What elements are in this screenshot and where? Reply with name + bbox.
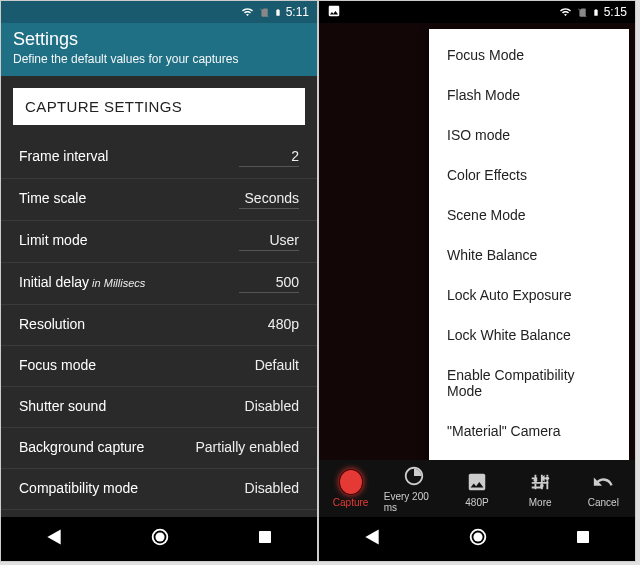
no-sim-icon — [259, 6, 270, 19]
interval-label: Every 200 ms — [384, 491, 444, 513]
setting-hint: in Millisecs — [89, 277, 145, 289]
nav-bar — [319, 517, 635, 561]
page-title: Settings — [13, 29, 305, 50]
resolution-label: 480P — [465, 497, 488, 508]
svg-point-7 — [473, 532, 482, 541]
setting-label: Frame interval — [19, 148, 108, 164]
popup-item[interactable]: Lock White Balance — [429, 315, 629, 355]
settings-header: Settings Define the default values for y… — [1, 23, 317, 76]
cancel-label: Cancel — [588, 497, 619, 508]
setting-row[interactable]: Shutter soundDisabled — [1, 387, 317, 428]
settings-scroll[interactable]: CAPTURE SETTINGS Frame interval2Time sca… — [1, 76, 317, 520]
options-popup: Focus ModeFlash ModeISO modeColor Effect… — [429, 29, 629, 466]
setting-label: Limit mode — [19, 232, 87, 248]
svg-rect-8 — [577, 531, 589, 543]
svg-point-5 — [546, 476, 550, 480]
popup-item[interactable]: Enable Compatibility Mode — [429, 355, 629, 411]
svg-point-1 — [155, 532, 164, 541]
popup-item[interactable]: Focus Mode — [429, 35, 629, 75]
setting-label: Background capture — [19, 439, 144, 455]
nav-back[interactable] — [44, 527, 64, 551]
setting-row[interactable]: Resolution480p — [1, 305, 317, 346]
resolution-button[interactable]: 480P — [447, 470, 507, 508]
svg-rect-2 — [259, 531, 271, 543]
popup-item[interactable]: ISO mode — [429, 115, 629, 155]
popup-item[interactable]: Lock Auto Exposure — [429, 275, 629, 315]
setting-label: Compatibility mode — [19, 480, 138, 496]
nav-recent[interactable] — [574, 528, 592, 550]
no-sim-icon — [577, 6, 588, 19]
svg-point-3 — [534, 478, 538, 482]
popup-item[interactable]: Scene Mode — [429, 195, 629, 235]
interval-button[interactable]: Every 200 ms — [384, 464, 444, 513]
setting-value[interactable]: Default — [239, 357, 299, 375]
popup-item[interactable]: White Balance — [429, 235, 629, 275]
setting-value[interactable]: Seconds — [239, 190, 299, 209]
setting-value[interactable]: User — [239, 232, 299, 251]
section-header: CAPTURE SETTINGS — [13, 88, 305, 125]
phone-camera: 5:15 Focus ModeFlash ModeISO modeColor E… — [318, 0, 636, 562]
wifi-icon — [240, 6, 255, 18]
setting-value[interactable]: Disabled — [239, 480, 299, 498]
setting-label: Time scale — [19, 190, 86, 206]
setting-value[interactable]: 480p — [239, 316, 299, 334]
status-bar: 5:15 — [319, 1, 635, 23]
setting-value[interactable]: Disabled — [239, 398, 299, 416]
image-icon — [327, 4, 341, 21]
capture-label: Capture — [333, 497, 369, 508]
more-label: More — [529, 497, 552, 508]
popup-item[interactable]: Color Effects — [429, 155, 629, 195]
wifi-icon — [558, 6, 573, 18]
setting-row[interactable]: Limit modeUser — [1, 221, 317, 263]
setting-value[interactable]: Partially enabled — [195, 439, 299, 457]
nav-recent[interactable] — [256, 528, 274, 550]
status-time: 5:15 — [604, 5, 627, 19]
popup-item[interactable]: "Material" Camera — [429, 411, 629, 451]
setting-row[interactable]: Compatibility modeDisabled — [1, 469, 317, 510]
camera-viewfinder[interactable]: Focus ModeFlash ModeISO modeColor Effect… — [319, 23, 635, 460]
setting-row[interactable]: Initial delay in Millisecs500 — [1, 263, 317, 305]
more-button[interactable]: More — [510, 470, 570, 508]
setting-label: Shutter sound — [19, 398, 106, 414]
battery-icon — [592, 6, 600, 19]
status-time: 5:11 — [286, 5, 309, 19]
setting-label: Focus mode — [19, 357, 96, 373]
nav-back[interactable] — [362, 527, 382, 551]
setting-row[interactable]: Frame interval2 — [1, 137, 317, 179]
setting-row[interactable]: Background capturePartially enabled — [1, 428, 317, 469]
battery-icon — [274, 6, 282, 19]
nav-bar — [1, 517, 317, 561]
nav-home[interactable] — [467, 526, 489, 552]
setting-value[interactable]: 2 — [239, 148, 299, 167]
setting-label: Resolution — [19, 316, 85, 332]
popup-item[interactable]: Flash Mode — [429, 75, 629, 115]
capture-button[interactable]: Capture — [321, 470, 381, 508]
setting-value[interactable]: 500 — [239, 274, 299, 293]
setting-row[interactable]: Focus modeDefault — [1, 346, 317, 387]
nav-home[interactable] — [149, 526, 171, 552]
page-subtitle: Define the default values for your captu… — [13, 52, 305, 66]
camera-bottom-bar: Capture Every 200 ms 480P More Cancel — [319, 460, 635, 517]
setting-label: Initial delay in Millisecs — [19, 274, 145, 290]
svg-point-4 — [540, 483, 544, 487]
status-bar: 5:11 — [1, 1, 317, 23]
cancel-button[interactable]: Cancel — [573, 470, 633, 508]
phone-settings: 5:11 Settings Define the default values … — [0, 0, 318, 562]
setting-row[interactable]: Time scaleSeconds — [1, 179, 317, 221]
